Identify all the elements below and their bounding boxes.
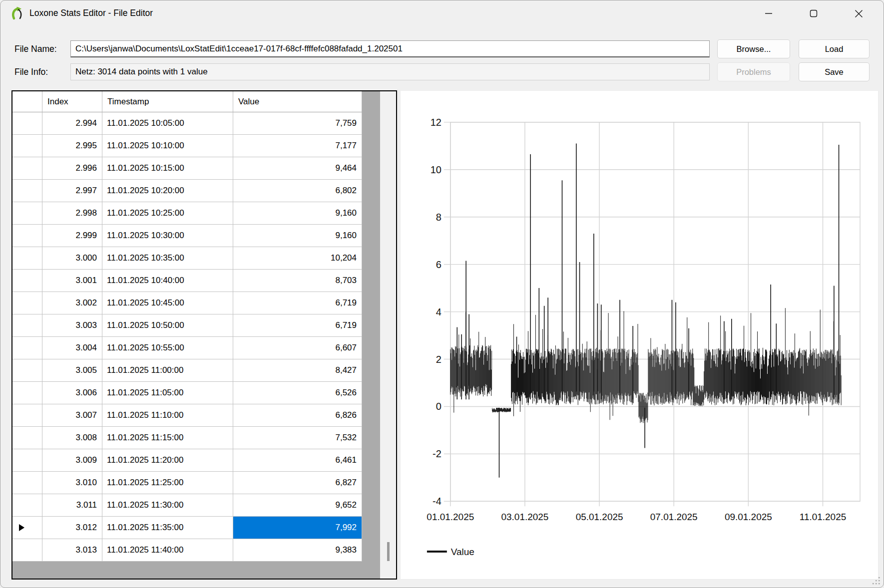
cell-value[interactable]: 6,526 <box>233 382 362 404</box>
grid-corner-header[interactable] <box>12 91 42 112</box>
row-header-cell[interactable] <box>12 202 42 225</box>
cell-timestamp[interactable]: 11.01.2025 11:35:00 <box>102 517 233 539</box>
row-header-cell[interactable] <box>12 359 42 382</box>
cell-timestamp[interactable]: 11.01.2025 11:30:00 <box>102 494 233 517</box>
cell-value[interactable]: 7,177 <box>233 135 362 157</box>
cell-index[interactable]: 2.994 <box>42 112 102 135</box>
row-header-cell[interactable] <box>12 337 42 359</box>
cell-value[interactable]: 9,383 <box>233 539 362 562</box>
row-header-cell[interactable] <box>12 427 42 449</box>
column-header-index[interactable]: Index <box>42 91 102 112</box>
y-axis-label: 10 <box>431 164 442 175</box>
row-header-cell[interactable] <box>12 404 42 427</box>
cell-timestamp[interactable]: 11.01.2025 10:50:00 <box>102 314 233 337</box>
row-header-cell[interactable] <box>12 494 42 517</box>
cell-index[interactable]: 3.005 <box>42 359 102 382</box>
scrollbar-thumb[interactable] <box>387 542 390 561</box>
row-header-cell[interactable] <box>12 472 42 494</box>
cell-timestamp[interactable]: 11.01.2025 10:20:00 <box>102 180 233 202</box>
table-row: 3.01211.01.2025 11:35:007,992 <box>12 517 362 539</box>
cell-value[interactable]: 6,607 <box>233 337 362 359</box>
grid-header-row: Index Timestamp Value <box>12 91 362 112</box>
row-header-cell[interactable] <box>12 314 42 337</box>
cell-timestamp[interactable]: 11.01.2025 10:55:00 <box>102 337 233 359</box>
cell-timestamp[interactable]: 11.01.2025 11:10:00 <box>102 404 233 427</box>
cell-value[interactable]: 10,204 <box>233 247 362 270</box>
row-header-cell[interactable] <box>12 247 42 270</box>
cell-value[interactable]: 6,461 <box>233 449 362 472</box>
table-row: 2.99811.01.2025 10:25:009,160 <box>12 202 362 225</box>
cell-timestamp[interactable]: 11.01.2025 10:40:00 <box>102 270 233 292</box>
cell-index[interactable]: 2.997 <box>42 180 102 202</box>
cell-timestamp[interactable]: 11.01.2025 11:20:00 <box>102 449 233 472</box>
row-header-cell[interactable] <box>12 270 42 292</box>
cell-index[interactable]: 3.011 <box>42 494 102 517</box>
row-header-cell[interactable] <box>12 449 42 472</box>
cell-index[interactable]: 3.001 <box>42 270 102 292</box>
cell-timestamp[interactable]: 11.01.2025 10:30:00 <box>102 225 233 247</box>
cell-index[interactable]: 2.996 <box>42 157 102 180</box>
cell-timestamp[interactable]: 11.01.2025 10:15:00 <box>102 157 233 180</box>
cell-value[interactable]: 8,427 <box>233 359 362 382</box>
cell-value[interactable]: 7,992 <box>233 517 362 539</box>
cell-index[interactable]: 3.009 <box>42 449 102 472</box>
cell-index[interactable]: 3.007 <box>42 404 102 427</box>
cell-index[interactable]: 3.002 <box>42 292 102 314</box>
cell-timestamp[interactable]: 11.01.2025 10:45:00 <box>102 292 233 314</box>
cell-timestamp[interactable]: 11.01.2025 10:05:00 <box>102 112 233 135</box>
cell-value[interactable]: 6,719 <box>233 292 362 314</box>
row-header-cell[interactable] <box>12 135 42 157</box>
cell-index[interactable]: 2.999 <box>42 225 102 247</box>
maximize-button[interactable] <box>798 0 829 26</box>
browse-button[interactable]: Browse... <box>717 39 790 58</box>
cell-index[interactable]: 3.004 <box>42 337 102 359</box>
cell-timestamp[interactable]: 11.01.2025 11:15:00 <box>102 427 233 449</box>
cell-timestamp[interactable]: 11.01.2025 11:25:00 <box>102 472 233 494</box>
cell-value[interactable]: 6,826 <box>233 404 362 427</box>
close-button[interactable] <box>843 0 874 26</box>
load-button[interactable]: Load <box>799 39 870 58</box>
cell-timestamp[interactable]: 11.01.2025 11:05:00 <box>102 382 233 404</box>
cell-index[interactable]: 3.000 <box>42 247 102 270</box>
cell-value[interactable]: 9,464 <box>233 157 362 180</box>
cell-value[interactable]: 7,759 <box>233 112 362 135</box>
cell-index[interactable]: 3.003 <box>42 314 102 337</box>
resize-grip-icon[interactable] <box>871 576 881 586</box>
row-header-cell[interactable] <box>12 225 42 247</box>
cell-value[interactable]: 9,160 <box>233 225 362 247</box>
cell-timestamp[interactable]: 11.01.2025 11:00:00 <box>102 359 233 382</box>
minimize-icon <box>765 9 773 17</box>
save-button[interactable]: Save <box>799 62 870 81</box>
row-header-cell[interactable] <box>12 517 42 539</box>
cell-index[interactable]: 3.012 <box>42 517 102 539</box>
row-header-cell[interactable] <box>12 157 42 180</box>
column-header-timestamp[interactable]: Timestamp <box>102 91 233 112</box>
row-header-cell[interactable] <box>12 112 42 135</box>
cell-value[interactable]: 9,652 <box>233 494 362 517</box>
minimize-button[interactable] <box>753 0 784 26</box>
cell-index[interactable]: 3.010 <box>42 472 102 494</box>
column-header-value[interactable]: Value <box>233 91 362 112</box>
row-header-cell[interactable] <box>12 382 42 404</box>
grid-vertical-scrollbar[interactable] <box>380 91 396 579</box>
cell-timestamp[interactable]: 11.01.2025 11:40:00 <box>102 539 233 562</box>
cell-index[interactable]: 3.006 <box>42 382 102 404</box>
cell-value[interactable]: 6,719 <box>233 314 362 337</box>
cell-index[interactable]: 2.998 <box>42 202 102 225</box>
row-header-cell[interactable] <box>12 180 42 202</box>
table-row: 2.99411.01.2025 10:05:007,759 <box>12 112 362 135</box>
cell-index[interactable]: 2.995 <box>42 135 102 157</box>
cell-value[interactable]: 6,802 <box>233 180 362 202</box>
cell-index[interactable]: 3.013 <box>42 539 102 562</box>
row-header-cell[interactable] <box>12 292 42 314</box>
cell-value[interactable]: 9,160 <box>233 202 362 225</box>
cell-timestamp[interactable]: 11.01.2025 10:10:00 <box>102 135 233 157</box>
cell-index[interactable]: 3.008 <box>42 427 102 449</box>
file-name-input[interactable] <box>70 40 710 57</box>
cell-timestamp[interactable]: 11.01.2025 10:25:00 <box>102 202 233 225</box>
cell-value[interactable]: 8,703 <box>233 270 362 292</box>
row-header-cell[interactable] <box>12 539 42 562</box>
cell-value[interactable]: 6,827 <box>233 472 362 494</box>
cell-value[interactable]: 7,532 <box>233 427 362 449</box>
cell-timestamp[interactable]: 11.01.2025 10:35:00 <box>102 247 233 270</box>
